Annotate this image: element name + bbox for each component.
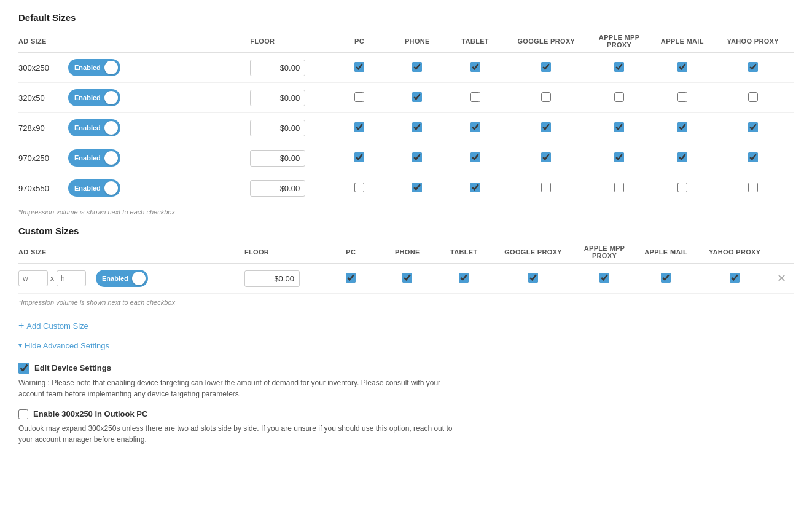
height-input[interactable] bbox=[57, 270, 86, 286]
pc-checkbox[interactable] bbox=[354, 152, 364, 162]
phone-cell-4 bbox=[391, 173, 448, 203]
google-proxy-cell-0 bbox=[507, 53, 591, 83]
phone-checkbox[interactable] bbox=[412, 92, 422, 102]
google-proxy-checkbox[interactable] bbox=[541, 183, 551, 192]
default-sizes-heading: Default Sizes bbox=[18, 12, 794, 23]
custom-google-proxy-checkbox[interactable] bbox=[528, 273, 538, 283]
pc-cell-2 bbox=[333, 113, 391, 143]
chevron-down-icon: ▾ bbox=[18, 341, 22, 350]
default-impression-note: *Impression volume is shown next to each… bbox=[18, 208, 794, 216]
custom-col-yahoo-proxy: YAHOO PROXY bbox=[700, 241, 775, 264]
custom-yahoo-proxy-cell bbox=[700, 264, 775, 294]
phone-checkbox[interactable] bbox=[412, 62, 422, 72]
floor-input[interactable] bbox=[250, 180, 305, 197]
yahoo-proxy-checkbox[interactable] bbox=[748, 122, 758, 132]
pc-checkbox[interactable] bbox=[354, 183, 364, 192]
ad-size-label: 320x50 bbox=[18, 93, 58, 103]
tablet-checkbox[interactable] bbox=[470, 92, 480, 102]
pc-cell-4 bbox=[333, 173, 391, 203]
tablet-cell-4 bbox=[448, 173, 506, 203]
custom-pc-checkbox[interactable] bbox=[346, 273, 356, 283]
custom-col-pc: PC bbox=[325, 241, 381, 264]
toggle-enabled[interactable]: Enabled bbox=[68, 179, 120, 197]
enable-outlook-checkbox[interactable] bbox=[18, 409, 28, 419]
custom-floor-input[interactable] bbox=[244, 270, 300, 287]
toggle-knob bbox=[104, 91, 118, 104]
phone-checkbox[interactable] bbox=[412, 183, 422, 192]
toggle-label: Enabled bbox=[74, 124, 101, 132]
toggle-enabled[interactable]: Enabled bbox=[68, 89, 120, 106]
apple-mail-checkbox[interactable] bbox=[677, 122, 687, 132]
custom-apple-mail-cell bbox=[637, 264, 700, 294]
floor-input[interactable] bbox=[250, 120, 305, 136]
custom-table-row: x Enabled ✕ bbox=[18, 264, 794, 294]
phone-checkbox[interactable] bbox=[412, 122, 422, 132]
apple-mail-checkbox[interactable] bbox=[677, 183, 687, 192]
pc-checkbox[interactable] bbox=[354, 92, 364, 102]
custom-phone-checkbox[interactable] bbox=[402, 273, 412, 283]
apple-mail-checkbox[interactable] bbox=[677, 152, 687, 162]
table-row: 320x50 Enabled bbox=[18, 83, 794, 113]
toggle-label: Enabled bbox=[74, 64, 101, 71]
floor-input[interactable] bbox=[250, 150, 305, 167]
tablet-checkbox[interactable] bbox=[470, 183, 480, 192]
col-ad-size: AD SIZE bbox=[18, 30, 250, 53]
edit-device-settings-label: Edit Device Settings bbox=[34, 363, 111, 372]
apple-mpp-checkbox[interactable] bbox=[614, 92, 624, 102]
pc-checkbox[interactable] bbox=[354, 122, 364, 132]
edit-device-settings-checkbox[interactable] bbox=[18, 363, 29, 374]
custom-apple-mpp-cell bbox=[577, 264, 637, 294]
yahoo-proxy-checkbox[interactable] bbox=[748, 152, 758, 162]
google-proxy-checkbox[interactable] bbox=[541, 92, 551, 102]
width-input[interactable] bbox=[18, 270, 48, 286]
yahoo-proxy-cell-0 bbox=[717, 53, 794, 83]
toggle-enabled[interactable]: Enabled bbox=[68, 119, 120, 136]
toggle-enabled[interactable]: Enabled bbox=[68, 149, 120, 167]
yahoo-proxy-checkbox[interactable] bbox=[748, 92, 758, 102]
hide-advanced-settings-button[interactable]: ▾ Hide Advanced Settings bbox=[18, 341, 109, 350]
toggle-enabled[interactable]: Enabled bbox=[96, 270, 148, 287]
pc-checkbox[interactable] bbox=[354, 62, 364, 72]
tablet-checkbox[interactable] bbox=[470, 122, 480, 132]
phone-cell-1 bbox=[391, 83, 448, 113]
ad-size-label: 970x550 bbox=[18, 184, 58, 193]
custom-yahoo-proxy-checkbox[interactable] bbox=[730, 273, 740, 283]
custom-tablet-checkbox[interactable] bbox=[459, 273, 469, 283]
phone-checkbox[interactable] bbox=[412, 152, 422, 162]
custom-col-apple-mpp-proxy: APPLE MPPPROXY bbox=[577, 241, 637, 264]
apple-mail-checkbox[interactable] bbox=[677, 92, 687, 102]
hide-advanced-label: Hide Advanced Settings bbox=[25, 341, 109, 350]
apple-mpp-checkbox[interactable] bbox=[614, 122, 624, 132]
yahoo-proxy-checkbox[interactable] bbox=[748, 62, 758, 72]
tablet-checkbox[interactable] bbox=[470, 62, 480, 72]
floor-cell-4 bbox=[250, 173, 333, 203]
yahoo-proxy-checkbox[interactable] bbox=[748, 183, 758, 192]
google-proxy-cell-3 bbox=[507, 143, 591, 173]
ad-size-cell-0: 300x250 Enabled bbox=[18, 53, 250, 83]
ad-size-label: 728x90 bbox=[18, 124, 58, 133]
apple-mail-checkbox[interactable] bbox=[677, 62, 687, 72]
google-proxy-checkbox[interactable] bbox=[541, 152, 551, 162]
tablet-cell-1 bbox=[448, 83, 506, 113]
custom-apple-mpp-checkbox[interactable] bbox=[599, 273, 609, 283]
yahoo-proxy-cell-3 bbox=[717, 143, 794, 173]
toggle-label: Enabled bbox=[74, 94, 101, 101]
custom-col-floor: FLOOR bbox=[244, 241, 325, 264]
tablet-checkbox[interactable] bbox=[470, 152, 480, 162]
floor-input[interactable] bbox=[250, 90, 305, 106]
col-apple-mail: APPLE MAIL bbox=[652, 30, 717, 53]
apple-mpp-checkbox[interactable] bbox=[614, 152, 624, 162]
custom-apple-mail-checkbox[interactable] bbox=[661, 273, 671, 283]
plus-icon: + bbox=[18, 321, 24, 331]
floor-input[interactable] bbox=[250, 60, 305, 76]
toggle-enabled[interactable]: Enabled bbox=[68, 59, 120, 76]
apple-mail-cell-1 bbox=[652, 83, 717, 113]
google-proxy-checkbox[interactable] bbox=[541, 122, 551, 132]
apple-mpp-checkbox[interactable] bbox=[614, 183, 624, 192]
edit-device-settings-row: Edit Device Settings bbox=[18, 363, 794, 374]
delete-custom-row-button[interactable]: ✕ bbox=[775, 273, 789, 284]
apple-mpp-checkbox[interactable] bbox=[614, 62, 624, 72]
pc-cell-0 bbox=[333, 53, 391, 83]
add-custom-size-button[interactable]: + Add Custom Size bbox=[18, 321, 88, 331]
google-proxy-checkbox[interactable] bbox=[541, 62, 551, 72]
